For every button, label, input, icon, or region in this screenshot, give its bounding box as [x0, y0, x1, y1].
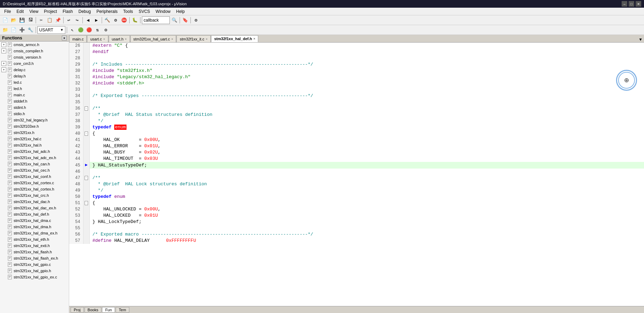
tab-close-button[interactable]: ×	[125, 37, 126, 41]
copy-button[interactable]: 📋	[46, 16, 53, 24]
menu-item-help[interactable]: Help	[173, 8, 188, 15]
fn-item-stm32f1xx_hal_flash_h[interactable]: stm32f1xx_hal_flash.h	[0, 249, 69, 255]
code-content[interactable]: HAL_ERROR = 0x01U,	[89, 143, 644, 149]
fn-item-led_c[interactable]: led.c	[0, 79, 69, 85]
tb2-cursor[interactable]: ↖	[68, 26, 76, 34]
fn-item-stm32f1xx_h[interactable]: stm32f1xx.h	[0, 129, 69, 136]
menu-item-edit[interactable]: Edit	[14, 8, 27, 15]
forward-button[interactable]: ▶	[93, 16, 100, 24]
code-content[interactable]: /**	[89, 175, 644, 181]
tab-usart_c[interactable]: usart.c×	[87, 35, 108, 42]
open-button[interactable]: 📂	[10, 16, 17, 24]
usart-dropdown[interactable]: USART ▼	[37, 26, 65, 34]
code-content[interactable]: /* Exported types ----------------------…	[89, 93, 644, 99]
code-editor[interactable]: 26#extern "C" {27#endif2829/* Includes -…	[69, 43, 644, 306]
fn-item-stm32f1xx_hal_conf_h[interactable]: stm32f1xx_hal_conf.h	[0, 173, 69, 180]
fn-item-stm32_hal_legacy_h[interactable]: stm32_hal_legacy.h	[0, 117, 69, 123]
save-button[interactable]: 💾	[18, 16, 26, 24]
fn-item-stdio_h[interactable]: stdio.h	[0, 111, 69, 117]
code-content[interactable]: /* Exported macro ----------------------…	[89, 231, 644, 238]
menu-item-file[interactable]: File	[1, 8, 14, 15]
tb2-btn2[interactable]: 📄	[10, 26, 17, 34]
close-button[interactable]: ✕	[636, 1, 641, 7]
fn-item-stm32f1xx_hal_can_h[interactable]: stm32f1xx_hal_can.h	[0, 161, 69, 167]
code-content[interactable]: typedef enum	[89, 194, 644, 200]
menu-item-flash[interactable]: Flash	[60, 8, 75, 15]
search-button[interactable]: 🔍	[171, 16, 178, 24]
bookmark-button[interactable]: 🔖	[181, 16, 189, 24]
fold-indicator[interactable]: -	[83, 175, 89, 181]
code-content[interactable]: HAL_LOCKED = 0x01U	[89, 213, 644, 219]
bottom-tab-books[interactable]: Books	[85, 307, 102, 313]
code-content[interactable]	[89, 225, 644, 231]
fn-item-stm32f1xx_hal_crc_h[interactable]: stm32f1xx_hal_crc.h	[0, 192, 69, 199]
paste-button[interactable]: 📌	[54, 16, 62, 24]
tab-stm32f1xx_it_c[interactable]: stm32f1xx_it.c×	[176, 35, 211, 42]
code-content[interactable]: typedef enum	[89, 124, 644, 131]
fn-item-stm32f1xx_hal_h[interactable]: stm32f1xx_hal.h	[0, 142, 69, 148]
code-content[interactable]: /**	[89, 105, 644, 112]
fn-expand-icon[interactable]: +	[1, 49, 6, 53]
debug-button[interactable]: 🐛	[131, 16, 139, 24]
fn-item-led_h[interactable]: led.h	[0, 85, 69, 92]
tab-stm32f1xx_hal_def_h[interactable]: stm32f1xx_hal_def.h×	[211, 35, 258, 42]
fn-item-delay_c[interactable]: +delay.c	[0, 67, 69, 73]
tb2-btn4[interactable]: 🔧	[27, 26, 34, 34]
code-content[interactable]: {	[89, 131, 644, 137]
undo-button[interactable]: ↩	[65, 16, 73, 24]
tb2-arrows[interactable]: ⇅	[94, 26, 101, 34]
tab-close-button[interactable]: ×	[171, 37, 173, 41]
settings-button[interactable]: ⚙	[192, 16, 200, 24]
fold-indicator[interactable]: -	[83, 131, 89, 137]
stop-button[interactable]: ⛔	[120, 16, 128, 24]
fn-item-cmsis_compiler_h[interactable]: +cmsis_compiler.h	[0, 48, 69, 54]
menu-item-debug[interactable]: Debug	[76, 8, 94, 15]
tb2-settings[interactable]: ⚙	[102, 26, 110, 34]
fn-item-stdint_h[interactable]: stdint.h	[0, 104, 69, 111]
rebuild-button[interactable]: ⚙	[112, 16, 120, 24]
fn-item-stm32f1xx_hal_dac_h[interactable]: stm32f1xx_hal_dac.h	[0, 199, 69, 205]
fn-expand-icon[interactable]: +	[1, 61, 6, 66]
code-content[interactable]: */	[89, 118, 644, 124]
redo-button[interactable]: ↪	[73, 16, 81, 24]
search-input[interactable]	[144, 18, 168, 23]
code-content[interactable]: {	[89, 200, 644, 206]
tb2-remove[interactable]: 🔴	[85, 26, 93, 34]
code-content[interactable]: #extern "C" {	[89, 43, 644, 49]
fn-item-stm32f103xe_h[interactable]: stm32f103xe.h	[0, 123, 69, 129]
menu-item-svcs[interactable]: SVCS	[136, 8, 153, 15]
code-content[interactable]: * @brief HAL Status structures definitio…	[89, 112, 644, 118]
menu-item-window[interactable]: Window	[153, 8, 173, 15]
back-button[interactable]: ◀	[84, 16, 92, 24]
menu-item-project[interactable]: Project	[41, 8, 60, 15]
code-content[interactable]	[89, 87, 644, 93]
fn-expand-icon[interactable]: +	[1, 67, 6, 72]
fn-item-stm32f1xx_hal_cortex_h[interactable]: stm32f1xx_hal_cortex.h	[0, 186, 69, 192]
fn-item-stm32f1xx_hal_adc_h[interactable]: stm32f1xx_hal_adc.h	[0, 148, 69, 155]
fn-item-cmsis_version_h[interactable]: cmsis_version.h	[0, 54, 69, 60]
tab-close-button[interactable]: ×	[253, 37, 255, 40]
fn-item-core_cm3_h[interactable]: +core_cm3.h	[0, 60, 69, 67]
code-content[interactable]: #endif	[89, 49, 644, 55]
code-content[interactable]: HAL_OK = 0x00U,	[89, 137, 644, 143]
fn-item-stm32f1xx_hal_cec_h[interactable]: stm32f1xx_hal_cec.h	[0, 167, 69, 173]
code-content[interactable]: HAL_UNLOCKED = 0x00U,	[89, 206, 644, 213]
code-content[interactable]: */	[89, 187, 644, 194]
menu-item-view[interactable]: View	[27, 8, 41, 15]
code-content[interactable]	[89, 169, 644, 175]
cut-button[interactable]: ✂	[37, 16, 45, 24]
bottom-tab-proj[interactable]: Proj	[71, 307, 84, 313]
tab-usart_h[interactable]: usart.h×	[109, 35, 130, 42]
menu-item-tools[interactable]: Tools	[121, 8, 136, 15]
fn-item-stm32f1xx_hal_exti_h[interactable]: stm32f1xx_hal_exti.h	[0, 243, 69, 249]
code-content[interactable]: HAL_TIMEOUT = 0x03U	[89, 156, 644, 162]
minimize-button[interactable]: –	[622, 1, 627, 7]
fn-item-stm32f1xx_hal_c[interactable]: stm32f1xx_hal.c	[0, 136, 69, 142]
save-all-button[interactable]: 🖫	[27, 16, 34, 24]
fn-item-stm32f1xx_hal_flash_ex_h[interactable]: stm32f1xx_hal_flash_ex.h	[0, 255, 69, 261]
tab-main_c[interactable]: main.c	[69, 35, 87, 42]
code-content[interactable]	[89, 99, 644, 105]
tab-close-button[interactable]: ×	[103, 37, 105, 41]
code-content[interactable]: } HAL_LockTypeDef;	[89, 219, 644, 225]
tabs-scroll-arrow[interactable]: ▼	[637, 37, 644, 42]
